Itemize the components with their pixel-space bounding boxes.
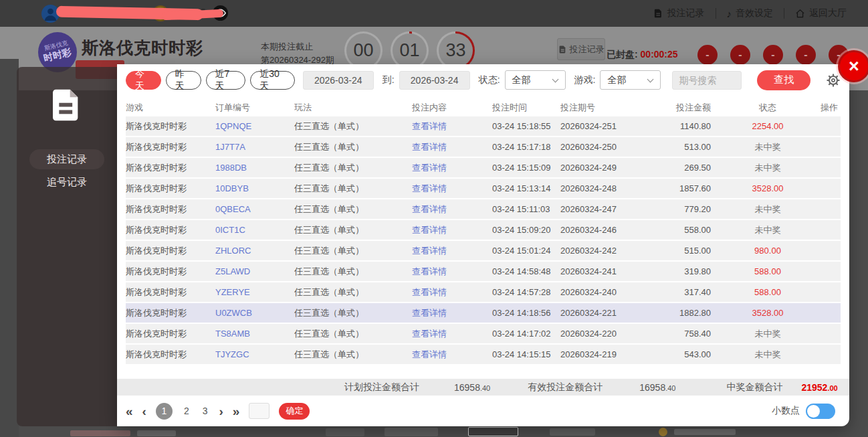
order-number-link[interactable]: YZERYE (215, 287, 250, 297)
close-icon[interactable]: × (840, 52, 868, 80)
game-title: 斯洛伐克时时彩 (82, 37, 203, 59)
cell-play-type: 任三直选（单式） (294, 245, 412, 257)
sidebar-item-chase-records[interactable]: 追号记录 (29, 172, 104, 192)
date-to-input[interactable] (399, 71, 470, 90)
filter-last-30-days[interactable]: 近30天 (250, 71, 295, 90)
sidebar-item-bet-records[interactable]: 投注记录 (29, 149, 104, 169)
cell-bet-time: 03-24 15:13:14 (492, 183, 560, 193)
cell-bet-time: 03-24 14:17:02 (492, 329, 560, 339)
cell-bet-time: 03-24 14:15:15 (492, 349, 560, 359)
order-number-link[interactable]: TJYZGC (215, 349, 249, 359)
document-icon (558, 45, 567, 54)
cell-play-type: 任三直选（单式） (294, 162, 412, 174)
cell-bet-time: 03-24 14:18:56 (492, 308, 560, 318)
cell-play-type: 任三直选（单式） (294, 266, 412, 278)
period-search-input[interactable] (672, 71, 742, 90)
order-number-link[interactable]: 1J7T7A (215, 142, 245, 152)
order-number-link[interactable]: 1QPNQE (215, 121, 251, 131)
menu-sound-settings[interactable]: ♪ 音效设定 (716, 7, 784, 19)
table-header-row: 游戏 订单编号 玩法 投注内容 投注时间 投注期号 投注金额 状态 操作 (126, 98, 841, 116)
background-content-blob (468, 427, 518, 436)
order-number-link[interactable]: 10DBYB (215, 183, 249, 193)
page-jump-input[interactable] (249, 403, 269, 419)
summary-bar: 计划投注金额合计 16958.40 有效投注金额合计 16958.40 中奖金额… (117, 379, 849, 396)
menu-bet-records[interactable]: 投注记录 (643, 7, 716, 19)
order-number-link[interactable]: 1988DB (215, 163, 247, 173)
first-page-button[interactable]: « (126, 405, 133, 418)
table-row: 斯洛伐克时时彩 TS8AMB 任三直选（单式） 查看详情 03-24 14:17… (126, 324, 841, 343)
cell-period: 20260324-241 (560, 266, 656, 276)
table-row: 斯洛伐克时时彩 10DBYB 任三直选（单式） 查看详情 03-24 15:13… (126, 179, 841, 198)
next-page-button[interactable]: › (219, 405, 223, 418)
menu-label: 投注记录 (667, 7, 705, 19)
view-details-link[interactable]: 查看详情 (412, 308, 447, 318)
bet-records-button[interactable]: 投注记录 (557, 38, 605, 60)
cell-bet-time: 03-24 15:11:03 (492, 204, 560, 214)
date-from-input[interactable] (303, 71, 374, 90)
modal-sidebar: 投注记录 追号记录 (17, 67, 117, 426)
background-content-blob (385, 428, 438, 436)
decimal-toggle[interactable] (806, 404, 835, 419)
cell-period: 20260324-240 (560, 287, 656, 297)
col-header-period: 投注期号 (560, 102, 656, 114)
view-details-link[interactable]: 查看详情 (412, 163, 447, 173)
table-body: 斯洛伐克时时彩 1QPNQE 任三直选（单式） 查看详情 03-24 15:18… (126, 116, 841, 364)
order-number-link[interactable]: 0ICT1C (215, 225, 245, 235)
cell-period: 20260324-246 (560, 225, 656, 235)
order-number-link[interactable]: U0ZWCB (215, 308, 252, 318)
last-page-button[interactable]: » (233, 405, 240, 418)
result-ball: - (730, 45, 750, 65)
cell-game: 斯洛伐克时时彩 (126, 203, 215, 215)
cell-amount: 317.40 (656, 287, 731, 297)
filter-last-7-days[interactable]: 近7天 (206, 71, 246, 90)
cell-game: 斯洛伐克时时彩 (126, 266, 215, 278)
page-1-current[interactable]: 1 (156, 403, 173, 420)
view-details-link[interactable]: 查看详情 (412, 183, 447, 193)
cell-game: 斯洛伐克时时彩 (126, 224, 215, 236)
table-row: 斯洛伐克时时彩 TJYZGC 任三直选（单式） 查看详情 03-24 14:15… (126, 345, 841, 364)
order-number-link[interactable]: Z5LAWD (215, 266, 250, 276)
cell-status: 未中奖 (731, 328, 804, 340)
confirm-page-button[interactable]: 确定 (279, 403, 310, 420)
cell-game: 斯洛伐克时时彩 (126, 307, 215, 319)
view-details-link[interactable]: 查看详情 (412, 349, 447, 359)
cell-game: 斯洛伐克时时彩 (126, 328, 215, 340)
cell-bet-time: 03-24 14:57:28 (492, 287, 560, 297)
search-button[interactable]: 查找 (757, 70, 810, 90)
bet-records-modal: 今天 昨天 近7天 近30天 到: 状态: 全部 游戏: 全部 查找 游戏 订单… (117, 64, 849, 426)
game-select[interactable]: 全部 (600, 70, 661, 90)
view-details-link[interactable]: 查看详情 (412, 204, 447, 214)
document-icon (653, 8, 663, 19)
view-details-link[interactable]: 查看详情 (412, 329, 447, 339)
status-select[interactable]: 全部 (505, 70, 566, 90)
view-details-link[interactable]: 查看详情 (412, 246, 447, 256)
filter-yesterday[interactable]: 昨天 (166, 71, 201, 90)
cell-period: 20260324-221 (560, 308, 656, 318)
background-content-blob (137, 430, 176, 436)
order-number-link[interactable]: ZHLORC (215, 246, 251, 256)
cell-play-type: 任三直选（单式） (294, 286, 412, 298)
menu-return-lobby[interactable]: 返回大厅 (784, 7, 857, 19)
order-number-link[interactable]: 0QBECA (215, 204, 251, 214)
chevron-down-icon (552, 76, 558, 83)
view-details-link[interactable]: 查看详情 (412, 121, 447, 131)
page-3[interactable]: 3 (201, 406, 210, 416)
view-details-link[interactable]: 查看详情 (412, 142, 447, 152)
view-details-link[interactable]: 查看详情 (412, 225, 447, 235)
view-details-link[interactable]: 查看详情 (412, 266, 447, 276)
gear-icon[interactable] (826, 73, 841, 88)
filter-today[interactable]: 今天 (126, 71, 161, 90)
cell-amount: 1882.80 (656, 308, 731, 318)
page-2[interactable]: 2 (182, 406, 191, 416)
result-balls: - - - - - (697, 45, 849, 65)
cell-status: 588.00 (731, 287, 804, 297)
table-row: 斯洛伐克时时彩 YZERYE 任三直选（单式） 查看详情 03-24 14:57… (126, 282, 841, 302)
cell-play-type: 任三直选（单式） (294, 203, 412, 215)
status-selected-value: 全部 (512, 74, 531, 86)
game-selected-value: 全部 (607, 74, 626, 86)
win-total-label: 中奖金额合计 (726, 381, 782, 394)
view-details-link[interactable]: 查看详情 (412, 287, 447, 297)
order-number-link[interactable]: TS8AMB (215, 329, 250, 339)
prev-page-button[interactable]: ‹ (142, 405, 146, 418)
cell-period: 20260324-247 (560, 204, 656, 214)
